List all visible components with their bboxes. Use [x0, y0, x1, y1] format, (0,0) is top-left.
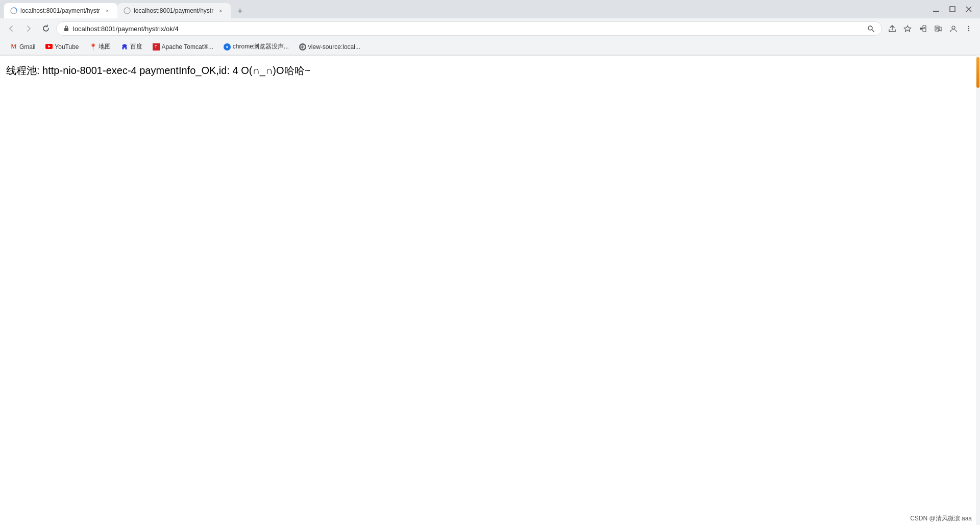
- svg-point-19: [968, 28, 969, 29]
- toolbar-icons: [885, 21, 976, 36]
- svg-point-18: [968, 26, 969, 27]
- globe-icon: [299, 43, 306, 51]
- apache-icon: T: [153, 43, 160, 51]
- youtube-icon: [45, 43, 53, 51]
- bookmark-youtube-label: YouTube: [55, 43, 79, 51]
- bookmark-share-button[interactable]: [885, 21, 899, 36]
- bookmark-view-source[interactable]: view-source:local...: [295, 42, 364, 52]
- gmail-icon: M: [10, 43, 17, 51]
- window-restore-button[interactable]: [945, 2, 960, 16]
- bookmark-maps[interactable]: 📍 地图: [85, 41, 115, 53]
- svg-rect-3: [950, 7, 955, 12]
- lock-icon: [63, 25, 70, 32]
- bookmark-baidu-label: 百度: [130, 42, 142, 51]
- svg-marker-9: [904, 26, 911, 32]
- svg-point-29: [226, 46, 228, 48]
- page-main-text: 线程池: http-nio-8001-exec-4 paymentInfo_OK…: [6, 64, 974, 78]
- url-display: localhost:8001/payment/hystrix/ok/4: [73, 25, 863, 33]
- svg-rect-2: [933, 11, 939, 12]
- svg-line-8: [872, 30, 874, 32]
- forward-button[interactable]: [21, 21, 36, 36]
- bookmark-chrome-settings[interactable]: chrome浏览器没声...: [219, 41, 293, 53]
- bookmark-maps-label: 地图: [99, 42, 111, 51]
- window-close-button[interactable]: [962, 2, 976, 16]
- extensions-button[interactable]: [916, 21, 930, 36]
- svg-point-26: [122, 44, 124, 46]
- tabs-area: localhost:8001/payment/hystr × localhost…: [4, 0, 925, 18]
- baidu-icon: [121, 43, 128, 51]
- back-button[interactable]: [4, 21, 18, 36]
- bookmark-star-button[interactable]: [900, 21, 915, 36]
- window-collapse-button[interactable]: [929, 2, 943, 16]
- status-text: CSDN @清风微涙 aaa: [910, 515, 972, 522]
- bookmark-baidu[interactable]: 百度: [117, 41, 146, 53]
- bookmark-apache[interactable]: T Apache Tomcat®...: [149, 42, 217, 52]
- bookmark-youtube[interactable]: YouTube: [41, 42, 83, 52]
- bookmark-view-source-label: view-source:local...: [308, 43, 360, 51]
- tab-2-close[interactable]: ×: [216, 7, 225, 15]
- tab-1[interactable]: localhost:8001/payment/hystr ×: [4, 3, 117, 18]
- reading-list-button[interactable]: [931, 21, 945, 36]
- tab-2-favicon: [124, 7, 131, 14]
- tab-2-title: localhost:8001/payment/hystr: [134, 7, 213, 14]
- tab-1-title: localhost:8001/payment/hystr: [20, 7, 100, 14]
- search-address-icon[interactable]: [866, 24, 875, 33]
- chrome-settings-icon: [224, 43, 231, 51]
- bookmark-gmail-label: Gmail: [19, 43, 35, 51]
- browser-chrome: localhost:8001/payment/hystr × localhost…: [0, 0, 980, 56]
- bookmark-apache-label: Apache Tomcat®...: [162, 43, 213, 51]
- bookmarks-bar: M Gmail YouTube 📍 地图: [0, 39, 980, 55]
- svg-rect-10: [920, 28, 922, 30]
- svg-point-1: [124, 8, 130, 14]
- tab-2[interactable]: localhost:8001/payment/hystr ×: [117, 3, 231, 18]
- svg-point-7: [868, 26, 872, 30]
- address-bar-row: localhost:8001/payment/hystrix/ok/4: [0, 18, 980, 39]
- page-content: 线程池: http-nio-8001-exec-4 paymentInfo_OK…: [0, 56, 980, 525]
- address-bar-icons: [866, 24, 875, 33]
- svg-point-17: [952, 26, 955, 29]
- window-controls: [929, 2, 976, 16]
- status-bar: CSDN @清风微涙 aaa: [902, 512, 980, 525]
- svg-point-20: [968, 30, 969, 31]
- tab-1-favicon: [10, 7, 17, 14]
- title-bar: localhost:8001/payment/hystr × localhost…: [0, 0, 980, 18]
- svg-point-27: [125, 44, 127, 46]
- maps-icon: 📍: [89, 43, 96, 51]
- svg-point-12: [924, 28, 925, 29]
- chrome-menu-button[interactable]: [962, 21, 976, 36]
- reload-button[interactable]: [39, 21, 53, 36]
- tab-1-close[interactable]: ×: [103, 7, 111, 15]
- profile-button[interactable]: [946, 21, 961, 36]
- new-tab-button[interactable]: +: [233, 4, 247, 18]
- svg-rect-6: [64, 28, 68, 31]
- bookmark-gmail[interactable]: M Gmail: [6, 42, 39, 52]
- address-bar[interactable]: localhost:8001/payment/hystrix/ok/4: [56, 21, 882, 36]
- bookmark-chrome-settings-label: chrome浏览器没声...: [233, 42, 289, 51]
- scrollbar-thumb[interactable]: [976, 57, 979, 88]
- side-scrollbar[interactable]: [976, 55, 980, 525]
